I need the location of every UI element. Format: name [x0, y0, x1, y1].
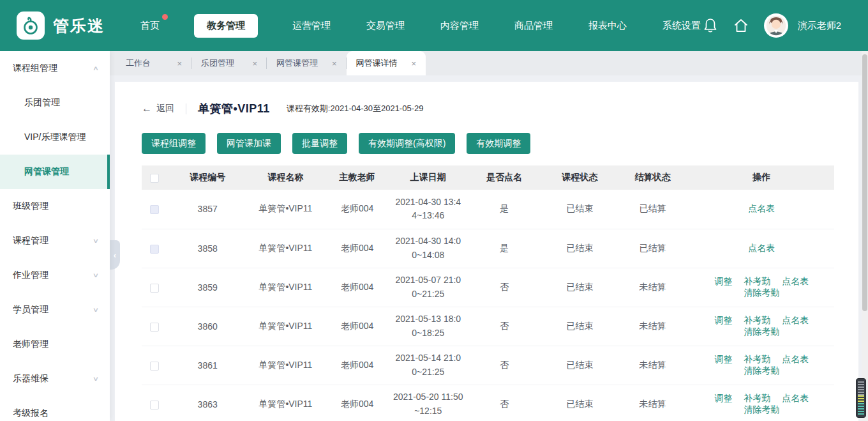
action-button[interactable]: 有效期调整(高权限): [359, 133, 455, 154]
sidebar-collapse-handle[interactable]: ‹: [110, 240, 120, 270]
sidebar-item[interactable]: VIP/乐理课管理: [0, 120, 110, 155]
nav-item[interactable]: 内容管理: [439, 14, 480, 38]
roll-call-flag: 否: [465, 307, 543, 346]
course-status: 已结束: [543, 229, 616, 268]
column-header: 课程名称: [248, 165, 323, 190]
row-action-link[interactable]: 补考勤: [744, 354, 770, 364]
sidebar-item[interactable]: 作业管理 ∨: [0, 258, 110, 293]
close-icon[interactable]: ×: [412, 59, 417, 68]
scroll-minimap-widget[interactable]: [856, 378, 866, 418]
close-icon[interactable]: ×: [252, 59, 257, 68]
nav-item[interactable]: 教务管理: [194, 14, 258, 38]
teacher: 老师004: [323, 307, 391, 346]
course-name: 单簧管•VIP11: [248, 307, 323, 346]
tab[interactable]: 乐团管理 ×: [191, 51, 267, 75]
avatar[interactable]: [764, 13, 788, 38]
brand[interactable]: 管乐迷: [17, 11, 130, 40]
row-checkbox[interactable]: [150, 323, 159, 332]
sidebar-item[interactable]: 班级管理: [0, 189, 110, 224]
row-action-link[interactable]: 补考勤: [744, 393, 770, 403]
sidebar-item[interactable]: 乐器维保 ∨: [0, 362, 110, 396]
row-action-link[interactable]: 点名表: [782, 393, 809, 403]
row-checkbox[interactable]: [150, 245, 159, 254]
sidebar-item[interactable]: 课程管理 ∨: [0, 224, 110, 258]
chevron-icon: ∨: [93, 306, 99, 313]
nav-item[interactable]: 运营管理: [291, 14, 332, 38]
row-action-link[interactable]: 点名表: [782, 276, 809, 286]
back-button[interactable]: ← 返回: [142, 103, 174, 114]
row-checkbox[interactable]: [150, 284, 159, 293]
settle-status: 已结算: [616, 190, 689, 229]
row-action-link[interactable]: 清除考勤: [744, 365, 779, 376]
header-checkbox-cell: [142, 165, 167, 190]
row-action-link[interactable]: 点名表: [748, 203, 775, 213]
row-actions: 点名表: [689, 229, 835, 268]
tab[interactable]: 网管课详情 ×: [347, 51, 426, 75]
settle-status: 未结算: [616, 307, 689, 346]
minimap-gray-band: [858, 381, 864, 395]
row-action-link[interactable]: 调整: [714, 276, 732, 286]
sidebar-item[interactable]: 考级报名: [0, 396, 110, 421]
page-header: ← 返回 单簧管•VIP11 课程有效期:2021-04-30至2021-05-…: [142, 101, 834, 116]
sidebar-item[interactable]: 网管课管理: [0, 155, 110, 189]
settle-status: 已结算: [616, 229, 689, 268]
column-header: 操作: [689, 165, 835, 190]
top-navbar: 管乐迷 首页 教务管理 运营管理 交易管理 内容管理: [0, 0, 868, 51]
row-action-link[interactable]: 补考勤: [744, 315, 770, 325]
course-name: 单簧管•VIP11: [248, 346, 323, 385]
close-icon[interactable]: ×: [332, 59, 337, 68]
column-header: 上课日期: [391, 165, 465, 190]
nav-item[interactable]: 交易管理: [365, 14, 406, 38]
tab-bar: 工作台 × 乐团管理 × 网管课管理 × 网管课详情 ×: [110, 51, 862, 75]
class-date: 2021-05-13 18:00~18:25: [391, 307, 465, 346]
username[interactable]: 演示老师2: [798, 20, 841, 32]
action-button[interactable]: 网管课加课: [217, 133, 281, 154]
tab[interactable]: 网管课管理 ×: [267, 51, 347, 75]
action-button[interactable]: 批量调整: [292, 133, 347, 154]
row-checkbox[interactable]: [150, 205, 159, 214]
action-button[interactable]: 有效期调整: [467, 133, 530, 154]
row-action-link[interactable]: 清除考勤: [744, 326, 779, 337]
sidebar-item[interactable]: 乐团管理: [0, 86, 110, 120]
tab[interactable]: 工作台 ×: [116, 51, 191, 75]
row-action-link[interactable]: 清除考勤: [744, 404, 779, 415]
sidebar: 课程组管理 ∧ 乐团管理 VIP/乐理课管理 网管课管理 班级管理 课程管理 ∨…: [0, 51, 110, 421]
course-id: 3861: [167, 346, 248, 385]
chevron-icon: ∨: [93, 375, 99, 382]
course-status: 已结束: [543, 346, 616, 385]
row-action-link[interactable]: 调整: [714, 315, 732, 325]
row-action-link[interactable]: 调整: [714, 393, 732, 403]
home-icon[interactable]: [733, 17, 749, 34]
action-button[interactable]: 课程组调整: [142, 133, 206, 154]
row-action-link[interactable]: 调整: [714, 354, 732, 364]
nav-item[interactable]: 系统设置: [661, 14, 702, 38]
row-action-link[interactable]: 点名表: [748, 243, 775, 253]
bell-icon[interactable]: [703, 17, 718, 34]
nav-item[interactable]: 报表中心: [587, 14, 628, 38]
page-title: 单簧管•VIP11: [198, 101, 270, 116]
nav-item[interactable]: 首页: [139, 14, 161, 38]
sidebar-item[interactable]: 老师管理: [0, 327, 110, 362]
close-icon[interactable]: ×: [177, 59, 182, 68]
sidebar-item[interactable]: 学员管理 ∨: [0, 293, 110, 327]
row-action-link[interactable]: 点名表: [782, 354, 809, 364]
teacher: 老师004: [323, 229, 391, 268]
row-checkbox[interactable]: [150, 362, 159, 371]
divider: [186, 103, 186, 114]
nav-item[interactable]: 商品管理: [513, 14, 554, 38]
row-action-link[interactable]: 点名表: [782, 315, 809, 325]
detail-card: ← 返回 单簧管•VIP11 课程有效期:2021-04-30至2021-05-…: [115, 82, 858, 421]
column-header: 结算状态: [616, 165, 689, 190]
row-checkbox[interactable]: [150, 401, 159, 410]
scrollbar-thumb[interactable]: [862, 54, 867, 311]
main-nav: 首页 教务管理 运营管理 交易管理 内容管理: [139, 14, 702, 38]
roll-call-flag: 否: [465, 346, 543, 385]
course-id: 3860: [167, 307, 248, 346]
row-action-link[interactable]: 补考勤: [744, 276, 770, 286]
table-row: 3860 单簧管•VIP11 老师004 2021-05-13 18:00~18…: [142, 307, 834, 346]
back-arrow-icon: ←: [142, 103, 152, 114]
teacher: 老师004: [323, 268, 391, 307]
row-action-link[interactable]: 清除考勤: [744, 287, 779, 298]
select-all-checkbox[interactable]: [150, 174, 159, 183]
sidebar-item[interactable]: 课程组管理 ∧: [0, 51, 110, 86]
